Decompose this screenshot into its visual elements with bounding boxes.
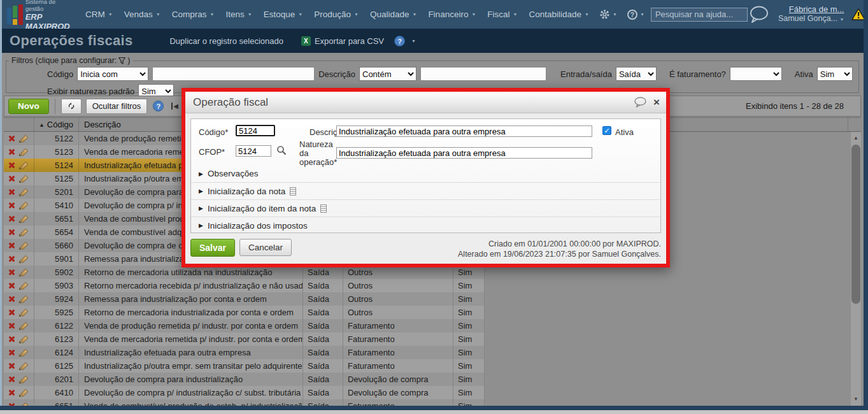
menu-contabilidade[interactable]: Contabilidade▼	[529, 10, 590, 19]
table-row[interactable]: 5925Retorno de mercadoria industrializad…	[4, 306, 485, 319]
export-csv-button[interactable]: Exportar para CSV	[315, 36, 384, 46]
delete-row-icon[interactable]	[8, 256, 14, 262]
edit-row-icon[interactable]	[19, 242, 27, 250]
document-icon[interactable]	[320, 204, 327, 213]
menu-estoque[interactable]: Estoque▼	[264, 10, 302, 19]
entrada-saida-select[interactable]: Saída	[616, 67, 657, 81]
edit-row-icon[interactable]	[19, 296, 27, 303]
app-logo[interactable]: Sistema de gestão ERP MAXIPROD	[7, 0, 74, 31]
delete-row-icon[interactable]	[8, 243, 14, 248]
scrollbar-thumb[interactable]	[851, 145, 860, 304]
table-row[interactable]: 6651Venda de combustível produção do est…	[4, 399, 485, 406]
hide-filters-button[interactable]: Ocultar filtros	[86, 99, 148, 114]
chevron-down-icon[interactable]: ▼	[411, 39, 416, 43]
modal-cfop-input[interactable]	[236, 145, 271, 157]
edit-row-icon[interactable]	[19, 349, 27, 357]
scroll-up-arrow[interactable]: ▲	[851, 133, 861, 143]
section-toggle[interactable]: ▶Observações	[191, 165, 660, 182]
modal-natureza-input[interactable]	[336, 147, 592, 159]
delete-row-icon[interactable]	[8, 269, 14, 275]
codigo-operator-select[interactable]: Inicia com	[77, 67, 148, 81]
filters-legend[interactable]: Filtros (clique para configurar: )	[9, 56, 133, 65]
section-toggle[interactable]: ▶Inicialização da nota	[191, 182, 660, 199]
menu-producao[interactable]: Produção▼	[314, 10, 359, 19]
delete-row-icon[interactable]	[8, 136, 14, 141]
delete-row-icon[interactable]	[8, 189, 14, 195]
delete-row-icon[interactable]	[8, 323, 14, 329]
chat-bubble-icon[interactable]	[748, 5, 771, 24]
table-row[interactable]: 6123Venda de mercadoria remetida p/ indu…	[4, 332, 485, 346]
table-row[interactable]: 5902Retorno de mercadoria utilizada na i…	[4, 266, 485, 279]
menu-compras[interactable]: Compras▼	[172, 10, 215, 19]
close-icon[interactable]: ×	[653, 98, 660, 107]
delete-row-icon[interactable]	[8, 149, 14, 155]
menu-fiscal[interactable]: Fiscal▼	[487, 10, 517, 19]
help-icon[interactable]: ?	[153, 101, 164, 111]
menu-qualidade[interactable]: Qualidade▼	[370, 10, 417, 19]
table-row[interactable]: 6125Industrialização p/outra empr. sem t…	[4, 359, 485, 373]
delete-row-icon[interactable]	[8, 363, 14, 369]
edit-row-icon[interactable]	[19, 336, 27, 343]
delete-row-icon[interactable]	[8, 296, 14, 302]
modal-codigo-input[interactable]	[236, 125, 275, 136]
menu-itens[interactable]: Itens▼	[225, 10, 252, 19]
first-page-button[interactable]: ◀	[168, 103, 181, 110]
ativa-checkbox[interactable]: ✓	[602, 126, 611, 135]
edit-row-icon[interactable]	[19, 148, 27, 156]
search-lookup-icon[interactable]	[276, 145, 287, 155]
delete-row-icon[interactable]	[8, 162, 14, 168]
delete-row-icon[interactable]	[8, 336, 14, 342]
edit-row-icon[interactable]	[19, 376, 27, 383]
help-icon[interactable]: ?	[394, 36, 405, 46]
account-link[interactable]: Fábrica de m...	[778, 4, 844, 14]
chat-bubble-icon[interactable]	[634, 97, 647, 108]
edit-row-icon[interactable]	[19, 202, 27, 210]
delete-row-icon[interactable]	[8, 229, 14, 235]
header-codigo-column[interactable]: ▲ Código	[34, 118, 79, 131]
table-row[interactable]: 5924Remessa para industrialização por co…	[4, 292, 485, 306]
section-toggle[interactable]: ▶Inicialização do item da nota	[191, 199, 660, 217]
edit-row-icon[interactable]	[19, 282, 27, 290]
edit-row-icon[interactable]	[19, 269, 27, 276]
help-menu[interactable]: ? ▼	[627, 10, 644, 20]
duplicate-record-button[interactable]: Duplicar o registro selecionado	[169, 36, 283, 46]
document-icon[interactable]	[290, 187, 296, 196]
refresh-button[interactable]	[61, 99, 82, 114]
scroll-down-arrow[interactable]: ▼	[851, 394, 861, 404]
table-row[interactable]: 6201Devolução de compra para industriali…	[4, 373, 485, 386]
descricao-operator-select[interactable]: Contém	[359, 67, 416, 81]
delete-row-icon[interactable]	[8, 176, 14, 182]
edit-row-icon[interactable]	[19, 175, 27, 183]
new-button[interactable]: Novo	[8, 99, 49, 114]
delete-row-icon[interactable]	[8, 283, 14, 289]
edit-row-icon[interactable]	[19, 322, 27, 330]
edit-row-icon[interactable]	[19, 229, 27, 236]
edit-row-icon[interactable]	[19, 162, 27, 169]
edit-row-icon[interactable]	[19, 135, 27, 143]
save-button[interactable]: Salvar	[190, 239, 235, 257]
table-row[interactable]: 6410Devolução de compra p/ industrializa…	[4, 386, 485, 399]
help-search-input[interactable]	[651, 8, 748, 22]
section-toggle[interactable]: ▶Inicialização dos impostos	[191, 217, 660, 234]
edit-row-icon[interactable]	[19, 215, 27, 223]
descricao-filter-input[interactable]	[420, 67, 546, 81]
cancel-button[interactable]: Cancelar	[239, 239, 292, 256]
edit-row-icon[interactable]	[19, 189, 27, 196]
delete-row-icon[interactable]	[8, 376, 14, 382]
user-menu[interactable]: Samuel Gonça... ▼	[778, 14, 844, 24]
vertical-scrollbar[interactable]: ▲ ▼	[851, 132, 861, 406]
menu-vendas[interactable]: Vendas▼	[124, 10, 160, 19]
table-row[interactable]: 5903Retorno mercadoria recebida p/ indus…	[4, 279, 485, 292]
ativa-select[interactable]: Sim	[817, 67, 853, 81]
edit-row-icon[interactable]	[19, 362, 27, 370]
settings-menu[interactable]: ▼	[599, 9, 617, 20]
delete-row-icon[interactable]	[8, 350, 14, 355]
delete-row-icon[interactable]	[8, 203, 14, 208]
delete-row-icon[interactable]	[8, 390, 14, 396]
menu-financeiro[interactable]: Financeiro▼	[428, 10, 476, 19]
table-row[interactable]: 6122Venda de produção remetida p/ indust…	[4, 319, 485, 332]
edit-row-icon[interactable]	[19, 309, 27, 317]
edit-row-icon[interactable]	[19, 389, 27, 397]
codigo-filter-input[interactable]	[152, 67, 315, 81]
modal-descricao-input[interactable]	[336, 125, 592, 137]
